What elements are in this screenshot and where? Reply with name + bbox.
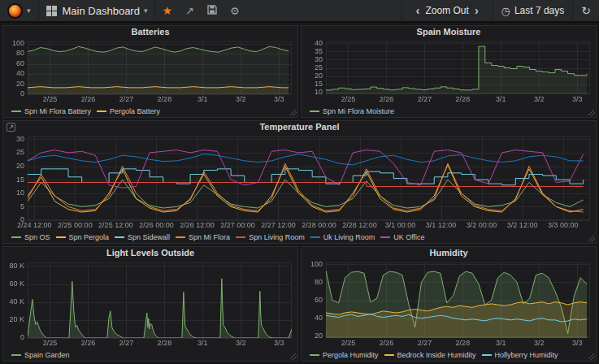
legend-item[interactable]: Spn Living Room <box>236 233 305 241</box>
legend-color-dash <box>97 110 106 112</box>
legend-color-dash <box>310 110 319 112</box>
legend-color-dash <box>384 354 394 356</box>
legend-color-dash <box>482 354 492 356</box>
legend-label: Spn Mi Flora Moisture <box>323 107 394 115</box>
legend-item[interactable]: Uk Living Room <box>310 233 375 241</box>
legend-color-dash <box>115 236 124 238</box>
save-icon[interactable] <box>201 5 224 17</box>
floppy-icon <box>207 5 217 15</box>
legend-label: Bedrock Inside Humidity <box>397 351 476 359</box>
batteries-legend: Spn Mi Flora BatteryPergola Battery <box>3 105 297 117</box>
panel-resize-handle[interactable] <box>588 353 595 360</box>
grid-icon <box>46 6 57 16</box>
legend-color-dash <box>380 236 390 238</box>
legend-label: Pergola Battery <box>110 107 160 115</box>
legend-item[interactable]: Pergola Battery <box>97 107 160 115</box>
legend-color-dash <box>56 236 66 238</box>
dashboard-title-menu[interactable]: Main Dashboard ▾ <box>39 0 156 22</box>
dashboard-grid: Batteries Spn Mi Flora BatteryPergola Ba… <box>0 23 599 364</box>
temperature-chart[interactable] <box>3 133 596 231</box>
panel-temperature: ↗ Temperature Panel Spn OSSpn PergolaSpn… <box>2 120 597 244</box>
zoom-controls: ‹ Zoom Out › <box>402 0 493 22</box>
shift-time-back-button[interactable]: ‹ <box>410 4 426 17</box>
legend-label: Spn Pergola <box>69 233 110 241</box>
legend-item[interactable]: Spain Garden <box>11 351 70 359</box>
panel-humidity: Humidity Pergola HumidityBedrock Inside … <box>301 246 597 362</box>
humidity-legend: Pergola HumidityBedrock Inside HumidityH… <box>302 349 596 361</box>
clock-icon: ◷ <box>501 5 510 17</box>
legend-color-dash <box>176 236 185 238</box>
legend-label: Spain Garden <box>24 351 70 359</box>
gear-icon[interactable]: ⚙ <box>224 5 246 17</box>
spain-moisture-chart[interactable] <box>302 38 596 105</box>
legend-color-dash <box>11 236 21 238</box>
panel-title[interactable]: Humidity <box>302 247 596 259</box>
time-controls: ‹ Zoom Out › ◷ Last 7 days ↻ <box>402 0 599 22</box>
time-range-label: Last 7 days <box>514 5 564 16</box>
legend-item[interactable]: Pergola Humidity <box>310 351 379 359</box>
favorite-star-icon[interactable]: ★ <box>155 4 179 17</box>
panel-spain-moisture: Spain Moisture Spn Mi Flora Moisture <box>301 25 597 118</box>
legend-label: UK Office <box>393 233 424 241</box>
chevron-down-icon: ▾ <box>144 6 148 15</box>
legend-label: Pergola Humidity <box>323 351 379 359</box>
spain-moisture-legend: Spn Mi Flora Moisture <box>302 105 596 117</box>
chevron-down-icon: ▾ <box>27 6 31 15</box>
panel-resize-handle[interactable] <box>588 236 595 242</box>
legend-item[interactable]: Spn Mi Flora <box>176 233 230 241</box>
legend-label: Spn Sidewall <box>128 233 170 241</box>
grafana-menu[interactable]: ▾ <box>0 0 39 22</box>
top-navbar: ▾ Main Dashboard ▾ ★ ↗ ⚙ ‹ Zoom Out › ◷ … <box>0 0 599 23</box>
legend-color-dash <box>236 236 245 238</box>
grafana-logo-icon <box>7 3 23 19</box>
legend-item[interactable]: Spn Mi Flora Battery <box>11 107 91 115</box>
panel-light-levels: Light Levels Outside Spain Garden <box>2 246 298 362</box>
panel-title[interactable]: Temperature Panel <box>3 121 596 133</box>
legend-label: Hollyberry Humidity <box>495 351 558 359</box>
share-icon[interactable]: ↗ <box>179 5 201 17</box>
dashboard-title: Main Dashboard <box>63 5 140 17</box>
panel-batteries: Batteries Spn Mi Flora BatteryPergola Ba… <box>2 25 298 118</box>
legend-item[interactable]: UK Office <box>380 233 424 241</box>
light-levels-chart[interactable] <box>3 259 297 349</box>
refresh-section: ↻ <box>572 0 599 22</box>
legend-label: Spn OS <box>24 233 50 241</box>
legend-color-dash <box>310 354 319 356</box>
legend-color-dash <box>310 236 320 238</box>
panel-link-icon[interactable]: ↗ <box>7 123 15 132</box>
shift-time-forward-button[interactable]: › <box>469 4 484 17</box>
legend-color-dash <box>11 110 21 112</box>
legend-label: Uk Living Room <box>323 233 375 241</box>
legend-item[interactable]: Spn OS <box>11 233 50 241</box>
temperature-legend: Spn OSSpn PergolaSpn SidewallSpn Mi Flor… <box>3 231 596 243</box>
legend-item[interactable]: Spn Mi Flora Moisture <box>310 107 394 115</box>
batteries-chart[interactable] <box>3 38 297 105</box>
panel-resize-handle[interactable] <box>290 353 297 360</box>
refresh-icon[interactable]: ↻ <box>581 4 591 17</box>
legend-color-dash <box>11 354 21 356</box>
panel-title[interactable]: Batteries <box>3 26 297 38</box>
panel-resize-handle[interactable] <box>290 110 297 116</box>
light-levels-legend: Spain Garden <box>3 349 297 361</box>
legend-label: Spn Living Room <box>249 233 305 241</box>
legend-label: Spn Mi Flora Battery <box>24 107 91 115</box>
legend-label: Spn Mi Flora <box>189 233 230 241</box>
legend-item[interactable]: Bedrock Inside Humidity <box>384 351 476 359</box>
panel-resize-handle[interactable] <box>588 110 595 116</box>
time-range-picker[interactable]: ◷ Last 7 days <box>493 0 573 22</box>
legend-item[interactable]: Hollyberry Humidity <box>482 351 558 359</box>
legend-item[interactable]: Spn Pergola <box>56 233 110 241</box>
legend-item[interactable]: Spn Sidewall <box>115 233 170 241</box>
panel-title[interactable]: Spain Moisture <box>302 26 596 38</box>
humidity-chart[interactable] <box>302 259 596 349</box>
zoom-out-button[interactable]: Zoom Out <box>426 5 469 16</box>
panel-title[interactable]: Light Levels Outside <box>3 247 297 259</box>
